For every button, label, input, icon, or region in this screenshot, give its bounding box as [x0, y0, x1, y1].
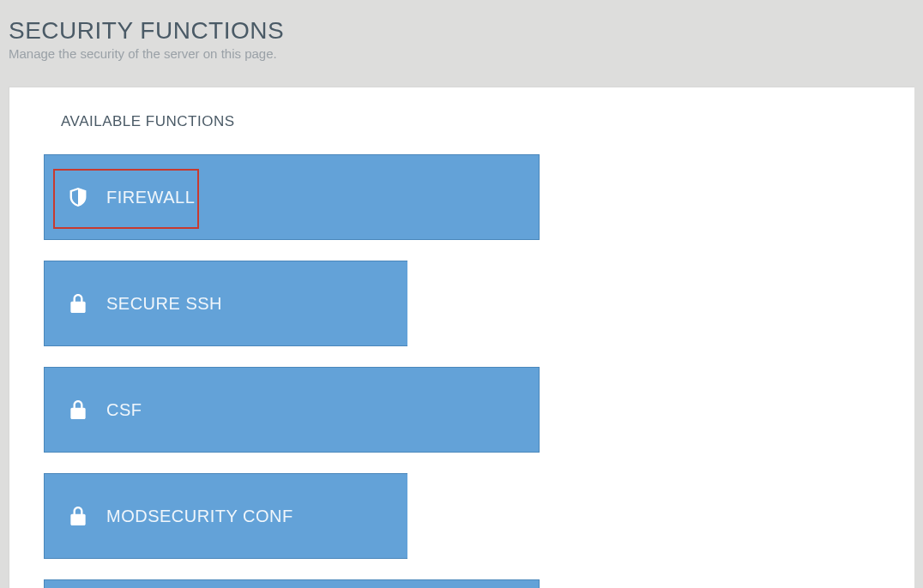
tile-firewall[interactable]: FIREWALL — [44, 154, 540, 240]
tile-label: MODSECURITY CONF — [106, 507, 293, 526]
lock-icon — [69, 294, 87, 313]
section-title: AVAILABLE FUNCTIONS — [61, 113, 914, 130]
tile-secure-ssh[interactable]: SECURE SSH — [44, 261, 407, 346]
tile-modsecurity-rules[interactable]: MODSECURITY RULES — [44, 579, 540, 588]
tile-label: CSF — [106, 400, 142, 420]
page-title: SECURITY FUNCTIONS — [9, 17, 914, 45]
tile-label: SECURE SSH — [106, 294, 222, 314]
tile-modsecurity-conf[interactable]: MODSECURITY CONF — [44, 473, 407, 559]
lock-icon — [69, 400, 87, 419]
functions-grid: FIREWALL SECURE SSH CSF MODSECURITY C — [44, 154, 914, 588]
tile-csf[interactable]: CSF — [44, 367, 540, 453]
shield-icon — [69, 188, 87, 207]
page-subtitle: Manage the security of the server on thi… — [9, 46, 914, 61]
tile-label: FIREWALL — [106, 188, 195, 207]
lock-icon — [69, 507, 87, 525]
functions-panel: AVAILABLE FUNCTIONS FIREWALL SECURE SSH — [9, 87, 914, 588]
